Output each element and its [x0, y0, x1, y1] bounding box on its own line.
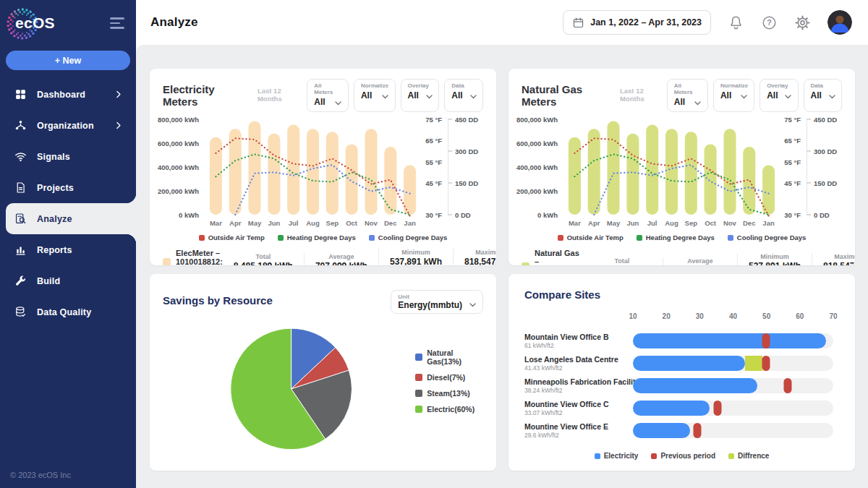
sidebar-item-data-quality[interactable]: Data Quality — [0, 296, 136, 328]
site-usage-bar[interactable] — [633, 333, 833, 348]
normalize-dropdown[interactable]: NormalizeAll — [713, 79, 754, 112]
pie-legend-item: Steam(13%) — [415, 389, 483, 398]
legend-item-previous-period: Previous period — [651, 452, 715, 460]
x-axis-label: Mar — [565, 219, 584, 231]
temp-axis-label: 55 °F — [425, 158, 442, 166]
dropdown-value: All — [674, 97, 685, 107]
electricity-chart[interactable]: 0 kWh200,000 kWh400,000 kWh600,000 kWh80… — [163, 119, 483, 231]
compare-sites-panel: Compare Sites 10203040506070 Mountain Vi… — [509, 274, 855, 471]
sidebar-item-reports[interactable]: Reports — [0, 234, 136, 265]
axis-tick: 10 — [629, 312, 637, 320]
stat-total: Total8,485,189 kWh — [582, 257, 663, 266]
y-axis-label: 600,000 kWh — [158, 140, 199, 147]
all-meters-dropdown[interactable]: All MetersAll — [667, 79, 708, 112]
sidebar-item-signals[interactable]: Signals — [0, 141, 136, 172]
bar — [249, 121, 261, 215]
overlay-dropdown[interactable]: OverlayAll — [760, 79, 798, 112]
site-usage-bar[interactable] — [633, 356, 833, 371]
unit-dropdown[interactable]: Unit Energy(mmbtu) — [391, 290, 483, 314]
x-axis-label: Jan — [400, 219, 420, 231]
compare-site-row: Lose Angeles Data Centre41.43 kWh/ft2 — [524, 352, 839, 374]
overlay-line-cooling-degree-days — [235, 165, 409, 215]
savings-by-resource-panel: Savings by Resource Unit Energy(mmbtu) N… — [150, 274, 496, 471]
sidebar-item-build[interactable]: Build — [0, 265, 136, 296]
site-usage-bar[interactable] — [633, 378, 833, 393]
dropdown-label: Overlay — [767, 82, 791, 89]
dropdown-label: All Meters — [674, 82, 701, 95]
dropdown-label: Overlay — [408, 82, 433, 89]
chevron-down-icon — [694, 95, 701, 108]
help-button[interactable]: ? — [761, 14, 778, 31]
bell-icon — [728, 14, 744, 31]
chevron-down-icon — [382, 89, 388, 102]
meter-chart-plot[interactable] — [206, 119, 420, 215]
all-meters-dropdown[interactable]: All MetersAll — [307, 79, 349, 112]
compare-rows: Mountain View Office B61 kWh/ft2Lose Ang… — [524, 330, 839, 442]
temp-axis-label: 45 °F — [425, 179, 442, 187]
sidebar: ecOS + New DashboardOrganizationSignalsP… — [0, 0, 136, 488]
dropdown-label: Data — [811, 82, 835, 89]
electricity-bar — [633, 423, 690, 438]
meter-chart-plot[interactable] — [565, 119, 778, 215]
menu-toggle-icon[interactable] — [110, 17, 124, 28]
new-button[interactable]: + New — [6, 51, 130, 70]
bar — [326, 132, 339, 215]
bar — [346, 145, 358, 215]
dropdown-value: All — [811, 90, 822, 100]
dd-axis-label: 450 DD — [814, 116, 837, 124]
ecos-logo[interactable]: ecOS — [6, 4, 55, 42]
dd-axis-label: 450 DD — [455, 116, 478, 124]
temp-axis-label: 75 °F — [425, 116, 442, 124]
legend-swatch — [369, 235, 375, 241]
gas-chart[interactable]: 0 kWh200,000 kWh400,000 kWh600,000 kWh80… — [522, 119, 842, 231]
electricity-filter-dropdowns: All MetersAllNormalizeAllOverlayAllDataA… — [307, 79, 483, 112]
x-axis-label: Jan — [759, 219, 778, 231]
data-dropdown[interactable]: DataAll — [804, 79, 842, 112]
sidebar-item-analyze[interactable]: Analyze — [6, 203, 136, 234]
dropdown-label: Unit — [398, 294, 476, 300]
bar — [705, 145, 717, 215]
site-usage-bar[interactable] — [633, 423, 833, 438]
sidebar-item-projects[interactable]: Projects — [0, 172, 136, 203]
legend-swatch — [415, 374, 422, 381]
x-axis-label: Apr — [226, 219, 245, 231]
difference-segment — [745, 356, 762, 371]
stat-total: Total8,485,189 kWh — [223, 253, 304, 266]
site-usage-bar[interactable] — [633, 401, 833, 416]
legend-swatch — [728, 453, 734, 459]
legend-item-outside-air-temp: Outside Air Temp — [558, 234, 624, 241]
date-range-picker[interactable]: Jan 1, 2022 – Apr 31, 2023 — [563, 10, 711, 35]
chevron-down-icon — [741, 89, 747, 102]
x-axis-label: May — [245, 219, 265, 231]
user-avatar[interactable] — [827, 10, 852, 35]
notifications-button[interactable] — [728, 14, 744, 31]
stat-minimum: Minimum537,891 kWh(Nov 2022) — [378, 249, 453, 265]
dropdown-value: All — [361, 90, 372, 100]
kwh-axis: 0 kWh200,000 kWh400,000 kWh600,000 kWh80… — [522, 119, 565, 215]
chevron-down-icon — [785, 89, 791, 102]
kwh-axis: 0 kWh200,000 kWh400,000 kWh600,000 kWh80… — [163, 119, 206, 215]
chevron-down-icon — [829, 89, 835, 102]
settings-button[interactable] — [794, 14, 811, 31]
dropdown-label: All Meters — [314, 82, 341, 95]
dropdown-value: All — [720, 90, 731, 100]
normalize-dropdown[interactable]: NormalizeAll — [354, 79, 396, 112]
sidebar-item-label: Signals — [37, 152, 70, 162]
sidebar-item-organization[interactable]: Organization — [0, 110, 136, 141]
x-axis-label: Dec — [380, 219, 400, 231]
bar — [685, 132, 697, 215]
data-dropdown[interactable]: DataAll — [444, 79, 483, 112]
temp-axis-label: 55 °F — [784, 158, 801, 166]
x-axis-label: Oct — [342, 219, 362, 231]
temp-axis: 30 °F45 °F55 °F65 °F75 °F — [778, 119, 807, 215]
dd-axis-label: 150 DD — [814, 179, 837, 187]
gas-stats-row: Natural Gas – 1010018812: kWhTotal8,485,… — [522, 249, 842, 265]
y-axis-label: 0 kWh — [179, 211, 199, 219]
dd-axis: 0 DD150 DD300 DD450 DD — [807, 119, 842, 215]
sidebar-item-dashboard[interactable]: Dashboard — [0, 79, 136, 110]
x-axis-label: Jul — [642, 219, 662, 231]
savings-pie-chart[interactable] — [229, 321, 353, 457]
legend-item-diffrence: Diffrence — [728, 452, 769, 460]
overlay-dropdown[interactable]: OverlayAll — [401, 79, 440, 112]
sidebar-item-label: Reports — [37, 245, 72, 255]
